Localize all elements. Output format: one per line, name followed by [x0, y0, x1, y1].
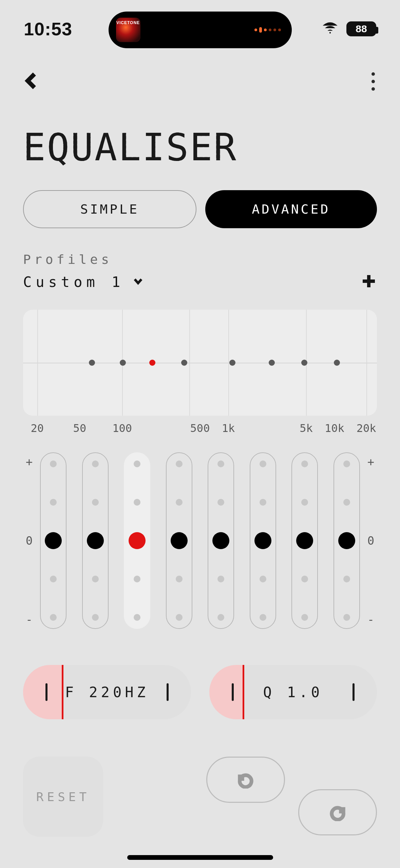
- band-slider-4[interactable]: [208, 452, 234, 629]
- wifi-icon: [321, 19, 339, 38]
- add-profile-button[interactable]: [361, 273, 377, 291]
- status-time: 10:53: [24, 18, 72, 39]
- reset-button[interactable]: RESET: [23, 757, 103, 837]
- slider-tick: [301, 499, 308, 506]
- page-title: EQUALISER: [23, 126, 237, 169]
- slider-tick: [260, 614, 266, 621]
- eq-node-6[interactable]: [301, 360, 307, 366]
- eq-graph-section: 20501005001k5k10k20k: [23, 310, 377, 435]
- scale-plus: +: [26, 455, 33, 469]
- scale-zero: 0: [367, 534, 374, 547]
- eq-node-7[interactable]: [334, 360, 340, 366]
- slider-thumb[interactable]: [254, 532, 271, 549]
- eq-graph[interactable]: [23, 310, 377, 416]
- eq-node-4[interactable]: [229, 360, 235, 366]
- eq-node-5[interactable]: [269, 360, 275, 366]
- frequency-fill: [23, 665, 62, 719]
- slider-tick: [92, 576, 99, 582]
- slider-tick: [92, 499, 99, 506]
- redo-button[interactable]: [298, 789, 377, 835]
- dot-icon: [372, 87, 375, 91]
- redo-icon: [329, 803, 346, 821]
- scale-zero: 0: [26, 534, 33, 547]
- slider-tick: [260, 576, 266, 582]
- eq-node-3[interactable]: [181, 360, 187, 366]
- band-slider-2[interactable]: [124, 452, 150, 629]
- profiles-section: Profiles Custom 1: [23, 252, 377, 291]
- slider-tick: [176, 460, 183, 467]
- graph-zero-line: [23, 363, 377, 363]
- freq-tick-label: 10k: [325, 422, 344, 435]
- graph-gridline: [228, 310, 229, 416]
- now-playing-art: [116, 18, 140, 42]
- slider-tick: [343, 499, 350, 506]
- slider-tick: [134, 614, 140, 621]
- home-indicator[interactable]: [127, 855, 273, 860]
- slider-tick: [134, 576, 140, 582]
- slider-tick: [92, 614, 99, 621]
- slider-tick: [260, 460, 266, 467]
- q-fill: [209, 665, 243, 719]
- eq-node-0[interactable]: [89, 360, 95, 366]
- band-slider-1[interactable]: [82, 452, 109, 629]
- action-row: RESET: [23, 757, 377, 845]
- slider-tick: [343, 576, 350, 582]
- mode-tabs: SIMPLE ADVANCED: [23, 190, 377, 228]
- freq-q-controls: F 220HZ Q 1.0: [23, 665, 377, 719]
- slider-tick: [50, 614, 57, 621]
- slider-tick: [176, 576, 183, 582]
- audio-wave-icon: [254, 27, 284, 33]
- freq-tick-label: 500: [190, 422, 210, 435]
- freq-tick-label: 5k: [300, 422, 313, 435]
- band-slider-5[interactable]: [250, 452, 276, 629]
- tab-simple[interactable]: SIMPLE: [23, 190, 196, 228]
- tab-advanced[interactable]: ADVANCED: [205, 190, 377, 228]
- slider-tick: [260, 499, 266, 506]
- battery-level: 88: [348, 23, 375, 35]
- slider-tick: [134, 460, 140, 467]
- status-bar: 10:53 88: [0, 0, 400, 58]
- slider-thumb[interactable]: [171, 532, 188, 549]
- slider-thumb[interactable]: [296, 532, 313, 549]
- scale-plus: +: [367, 455, 374, 469]
- slider-tick: [217, 460, 224, 467]
- slider-thumb[interactable]: [212, 532, 229, 549]
- q-control[interactable]: Q 1.0: [209, 665, 377, 719]
- slider-tick: [50, 460, 57, 467]
- q-cursor: [243, 665, 244, 719]
- slider-tick: [217, 499, 224, 506]
- frequency-control[interactable]: F 220HZ: [23, 665, 191, 719]
- slider-thumb[interactable]: [87, 532, 104, 549]
- more-button[interactable]: [368, 69, 378, 94]
- graph-gridline: [37, 310, 38, 416]
- profiles-label: Profiles: [23, 252, 377, 267]
- slider-scale-right: + 0 -: [365, 452, 377, 629]
- profile-selector[interactable]: Custom 1: [23, 274, 144, 290]
- frequency-cursor: [62, 665, 63, 719]
- graph-gridline: [189, 310, 190, 416]
- slider-tick: [50, 576, 57, 582]
- app-bar: [0, 65, 400, 98]
- slider-thumb[interactable]: [338, 532, 355, 549]
- eq-node-1[interactable]: [120, 360, 126, 366]
- eq-node-2[interactable]: [149, 360, 155, 366]
- dynamic-island[interactable]: [109, 12, 292, 48]
- slider-tick: [217, 576, 224, 582]
- band-slider-3[interactable]: [166, 452, 192, 629]
- slider-tick: [301, 614, 308, 621]
- slider-thumb[interactable]: [45, 532, 62, 549]
- band-slider-6[interactable]: [291, 452, 318, 629]
- battery-icon: 88: [346, 21, 376, 36]
- slider-tick: [343, 460, 350, 467]
- slider-thumb[interactable]: [129, 532, 146, 549]
- slider-tick: [217, 614, 224, 621]
- band-slider-7[interactable]: [334, 452, 360, 629]
- back-button[interactable]: [22, 71, 42, 92]
- band-slider-0[interactable]: [40, 452, 66, 629]
- q-label: Q 1.0: [263, 684, 323, 701]
- freq-tick-label: 20: [31, 422, 44, 435]
- slider-tick: [176, 614, 183, 621]
- scale-minus: -: [367, 613, 374, 626]
- undo-button[interactable]: [206, 757, 285, 803]
- profile-selected-name: Custom 1: [23, 274, 124, 290]
